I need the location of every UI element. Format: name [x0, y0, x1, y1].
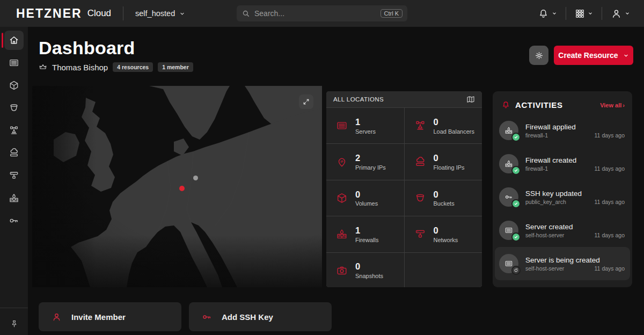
key-icon — [202, 312, 212, 322]
bucket-icon — [414, 192, 426, 204]
activity-item[interactable]: Firewall created firewall-1 11 days ago — [493, 147, 632, 180]
success-check-icon — [511, 166, 521, 175]
server-icon — [336, 120, 348, 132]
all-locations-panel: ALL LOCATIONS 1Servers 0Load Balancers — [326, 91, 482, 287]
activities-panel: ACTIVITIES View all › Firewall applied f… — [493, 91, 632, 287]
activity-item[interactable]: Server created self-host-server 11 days … — [493, 214, 632, 247]
activity-item[interactable]: Firewall applied firewall-1 11 days ago — [493, 114, 632, 147]
notifications-button[interactable] — [532, 5, 562, 23]
search-shortcut-badge: Ctrl K — [380, 9, 403, 18]
counter-snapshots[interactable]: 0Snapshots — [326, 253, 404, 287]
success-check-icon — [511, 232, 521, 242]
map-icon[interactable] — [466, 95, 475, 104]
topbar-actions — [532, 0, 635, 27]
global-search[interactable]: Ctrl K — [237, 5, 407, 21]
all-locations-header: ALL LOCATIONS — [326, 91, 482, 108]
sidebar-item-firewalls[interactable] — [4, 188, 24, 208]
counter-label: Firewalls — [355, 237, 378, 243]
view-all-link[interactable]: View all › — [600, 102, 625, 108]
snapshot-camera-icon — [336, 265, 348, 276]
counter-floating-ips[interactable]: 0Floating IPs — [405, 144, 482, 179]
topbar-divider — [566, 7, 566, 20]
svg-text:IP: IP — [341, 159, 343, 163]
sidebar-item-home[interactable] — [4, 31, 24, 50]
sidebar-divider — [0, 308, 28, 308]
add-ssh-key-button[interactable]: Add SSH Key — [189, 302, 332, 331]
firewall-icon — [336, 228, 348, 240]
counter-value: 0 — [434, 225, 458, 236]
network-icon — [9, 170, 19, 181]
counter-value: 0 — [434, 117, 474, 128]
firewall-icon — [9, 193, 19, 203]
sidebar-item-ssh-keys[interactable] — [4, 211, 24, 230]
create-resource-button[interactable]: Create Resource — [554, 46, 633, 65]
topbar-divider — [123, 6, 123, 20]
bell-icon — [538, 8, 549, 19]
resources-badge: 4 resources — [113, 62, 153, 72]
counter-buckets[interactable]: 0Buckets — [405, 180, 482, 216]
page-title: Dashboard — [39, 38, 135, 59]
counter-firewalls[interactable]: 1Firewalls — [326, 216, 404, 252]
counter-label: Buckets — [434, 200, 455, 207]
activity-target: public_key_arch — [525, 199, 566, 205]
europe-map-silhouette — [32, 86, 322, 287]
activity-item[interactable]: SSH key updated public_key_arch 11 days … — [493, 180, 632, 214]
activities-header: ACTIVITIES View all › — [493, 91, 632, 114]
activity-title: Firewall applied — [525, 123, 625, 131]
sidebar-item-buckets[interactable] — [4, 98, 24, 118]
key-icon — [9, 215, 19, 226]
crown-icon — [39, 63, 47, 71]
load-balancer-icon — [9, 125, 19, 136]
members-badge: 1 member — [158, 62, 193, 72]
account-menu-button[interactable] — [605, 5, 635, 23]
activities-title: ACTIVITIES — [515, 100, 563, 110]
sidebar-item-volumes[interactable] — [4, 76, 24, 95]
counter-servers[interactable]: 1Servers — [326, 108, 404, 143]
counter-value: 0 — [434, 190, 455, 200]
project-selector[interactable]: self_hosted — [135, 9, 185, 18]
counter-empty-cell — [405, 253, 482, 287]
chevron-right-icon: › — [623, 102, 625, 108]
counter-value: 0 — [355, 190, 378, 200]
sidebar-item-servers[interactable] — [4, 53, 24, 72]
chevron-down-icon — [623, 53, 629, 59]
search-input[interactable] — [254, 9, 380, 18]
primary-ip-icon: IP — [336, 156, 348, 168]
sidebar-pin-button[interactable] — [0, 319, 28, 329]
success-check-icon — [511, 199, 521, 208]
counter-networks[interactable]: 0Networks — [405, 216, 482, 252]
map-marker[interactable] — [179, 186, 185, 191]
sidebar-item-networks[interactable] — [4, 166, 24, 185]
apps-menu-button[interactable] — [569, 5, 598, 22]
sidebar-item-floating-ips[interactable] — [4, 143, 24, 163]
activity-target: self-host-server — [525, 265, 564, 272]
expand-icon — [303, 98, 310, 105]
counter-label: Primary IPs — [355, 164, 386, 171]
counter-primary-ips[interactable]: IP 2Primary IPs — [326, 144, 404, 179]
counter-label: Floating IPs — [434, 164, 465, 171]
activity-item[interactable]: Server is being created self-host-server… — [495, 247, 630, 280]
counter-value: 1 — [355, 117, 376, 128]
counter-label: Snapshots — [355, 273, 383, 279]
locations-map — [32, 86, 322, 287]
counter-volumes[interactable]: 0Volumes — [326, 180, 404, 216]
topbar: HETZNER Cloud self_hosted Ctrl K — [0, 0, 644, 27]
in-progress-icon — [511, 266, 521, 275]
activity-target: firewall-1 — [525, 165, 548, 172]
invite-member-label: Invite Member — [71, 312, 126, 322]
hetzner-cloud-dashboard: HETZNER Cloud self_hosted Ctrl K — [0, 0, 644, 335]
pin-icon — [10, 319, 19, 329]
activity-time: 11 days ago — [595, 199, 625, 205]
bell-icon — [501, 100, 510, 110]
counter-load-balancers[interactable]: 0Load Balancers — [405, 108, 482, 143]
activity-time: 11 days ago — [595, 265, 625, 272]
map-marker[interactable] — [193, 176, 198, 180]
all-locations-title: ALL LOCATIONS — [333, 96, 384, 103]
load-balancer-icon — [414, 120, 426, 132]
project-settings-button[interactable] — [529, 46, 548, 65]
map-expand-button[interactable] — [299, 94, 313, 109]
counter-label: Servers — [355, 128, 376, 135]
sidebar-item-load-balancers[interactable] — [4, 121, 24, 140]
volume-cube-icon — [9, 80, 19, 91]
invite-member-button[interactable]: Invite Member — [39, 302, 181, 331]
